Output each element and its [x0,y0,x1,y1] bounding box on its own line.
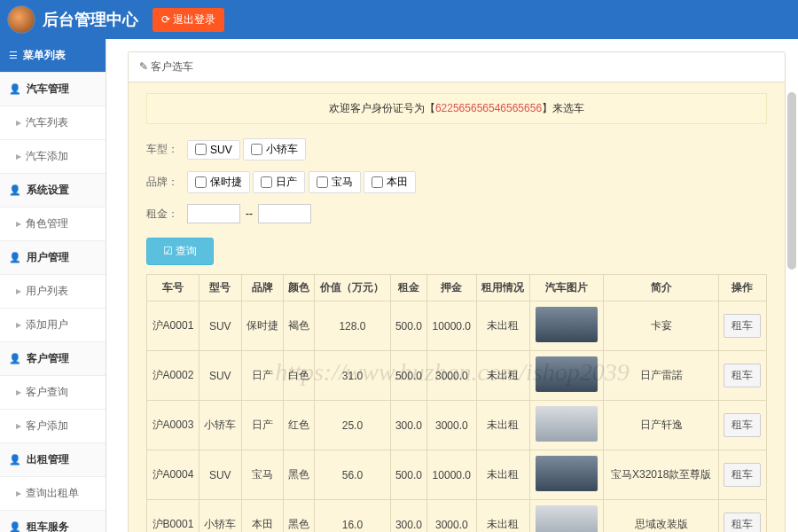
nav-header[interactable]: 汽车管理 [0,73,106,106]
nav-sub-item[interactable]: 汽车列表 [0,106,106,140]
type-checkbox[interactable] [251,144,262,155]
cell: SUV [199,301,241,351]
cell: 56.0 [315,450,391,500]
cell: 褐色 [284,301,315,351]
col-header: 型号 [199,275,241,301]
col-header: 租用情况 [476,275,529,301]
nav-sub-item[interactable]: 添加用户 [0,309,106,342]
cell: 本田 [241,500,284,533]
cell: 300.0 [390,500,426,533]
welcome-banner: 欢迎客户身份证号为【622565656546565656】来选车 [146,93,767,124]
cell: 沪A0003 [147,401,200,450]
main-content: https://www.huzhan.com/ishop2039 客户选车 欢迎… [106,39,798,532]
cell-image [529,450,604,500]
col-header: 操作 [718,275,766,301]
cell-image [529,301,604,351]
cell: 小轿车 [199,500,241,533]
cell-desc: 宝马X32018款至尊版 [604,450,719,500]
cell: 沪A0004 [147,450,200,500]
nav-header[interactable]: 用户管理 [0,241,106,275]
brand-checkbox[interactable] [261,176,272,188]
cell: 黑色 [284,450,315,500]
cell-image [529,500,604,533]
nav-header[interactable]: 系统设置 [0,174,106,207]
cell: 128.0 [315,301,391,351]
rent-button[interactable]: 租车 [724,364,761,387]
nav-sub-item[interactable]: 汽车添加 [0,140,106,174]
cell: 10000.0 [427,301,476,351]
nav-sub-item[interactable]: 用户列表 [0,275,106,309]
col-header: 租金 [390,275,426,301]
car-image [536,307,598,342]
type-label: 车型： [146,142,178,157]
cell: 黑色 [284,500,315,533]
rent-button[interactable]: 租车 [724,512,761,532]
rent-label: 租金： [146,207,178,222]
cell: 未出租 [476,450,529,500]
cell: 红色 [284,401,315,450]
nav-header[interactable]: 菜单列表 [0,39,106,73]
sidebar: 菜单列表汽车管理汽车列表汽车添加系统设置角色管理用户管理用户列表添加用户客户管理… [0,39,106,532]
brand-label: 本田 [387,175,408,190]
table-row: 沪A0003小轿车日产红色25.0300.03000.0未出租日产轩逸租车 [147,401,767,450]
rent-button[interactable]: 租车 [724,413,761,437]
brand-option[interactable]: 日产 [253,171,305,193]
brand-checkbox[interactable] [372,176,383,188]
brand-label: 品牌： [146,175,178,190]
nav-sub-item[interactable]: 查询出租单 [0,477,106,511]
filter-rent-row: 租金： -- [146,204,767,223]
logout-button[interactable]: 退出登录 [153,8,224,32]
brand-option[interactable]: 保时捷 [187,171,250,193]
app-title: 后台管理中心 [43,9,138,30]
cell: 日产 [241,401,284,450]
panel: 客户选车 欢迎客户身份证号为【622565656546565656】来选车 车型… [128,51,786,532]
brand-label: 宝马 [332,175,353,190]
cell: 3000.0 [427,351,476,401]
rent-button[interactable]: 租车 [724,314,761,338]
rent-sep: -- [246,207,253,220]
cell: 25.0 [315,401,391,450]
cell-op: 租车 [718,351,766,401]
brand-option[interactable]: 宝马 [309,171,361,193]
type-option[interactable]: 小轿车 [243,138,306,160]
rent-min-input[interactable] [187,204,240,223]
col-header: 汽车图片 [529,275,604,301]
rent-max-input[interactable] [258,204,311,223]
panel-title: 客户选车 [129,52,785,82]
cell: SUV [199,450,241,500]
scrollbar[interactable] [787,92,796,270]
welcome-pre: 欢迎客户身份证号为【 [329,102,435,114]
cell-desc: 卡宴 [604,301,719,351]
app-header: 后台管理中心 退出登录 [0,0,798,39]
type-label: 小轿车 [266,142,298,157]
car-image [536,406,598,442]
car-image [536,505,598,532]
nav-sub-item[interactable]: 角色管理 [0,207,106,241]
brand-checkbox[interactable] [317,176,328,188]
brand-checkbox[interactable] [195,176,207,188]
type-option[interactable]: SUV [187,140,240,160]
nav-header[interactable]: 租车服务 [0,511,106,532]
table-row: 沪A0002SUV日产白色31.0500.03000.0未出租日产雷諾租车 [147,351,767,401]
filter-type-row: 车型： SUV 小轿车 [146,138,767,160]
type-checkbox[interactable] [195,144,207,155]
col-header: 押金 [427,275,476,301]
table-row: 沪A0004SUV宝马黑色56.0500.010000.0未出租宝马X32018… [147,450,767,500]
car-table: 车号型号品牌颜色价值（万元）租金押金租用情况汽车图片简介操作 沪A0001SUV… [146,274,767,532]
query-button[interactable]: 查询 [146,238,214,265]
cell: 未出租 [476,401,529,450]
nav-header[interactable]: 出租管理 [0,443,106,477]
welcome-post: 】来选车 [542,102,584,114]
cell: 10000.0 [427,450,476,500]
cell: 宝马 [241,450,284,500]
cell-op: 租车 [718,301,766,351]
rent-button[interactable]: 租车 [724,463,761,487]
brand-label: 保时捷 [210,175,242,190]
cell-image [529,401,604,450]
nav-header[interactable]: 客户管理 [0,342,106,376]
cell: 31.0 [315,351,391,401]
cell: 500.0 [390,301,426,351]
nav-sub-item[interactable]: 客户查询 [0,376,106,410]
nav-sub-item[interactable]: 客户添加 [0,410,106,443]
brand-option[interactable]: 本田 [364,171,416,193]
